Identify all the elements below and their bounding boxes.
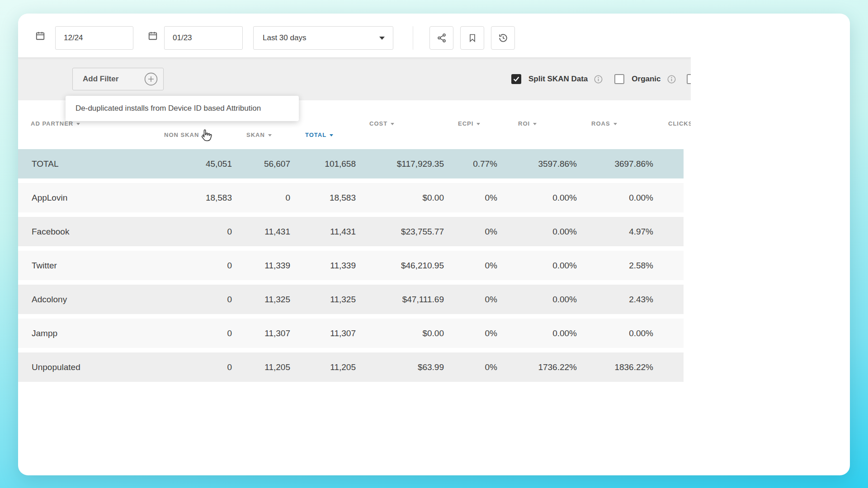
column-header-roi[interactable]: ROI [518, 120, 537, 127]
cell-roi: 0.00% [552, 319, 577, 348]
chevron-down-icon [379, 37, 385, 40]
clipped-checkbox[interactable] [687, 74, 691, 84]
cell-ecpi: 0% [485, 183, 497, 212]
filter-bar: Add Filter Split SKAN Data [18, 58, 691, 100]
cell-ad-partner: TOTAL [32, 149, 58, 178]
calendar-icon[interactable] [148, 31, 158, 42]
cell-ad-partner: Adcolony [32, 285, 67, 314]
cell-roi: 3597.86% [538, 149, 577, 178]
cell-non-skan: 0 [227, 251, 232, 280]
cell-cost: $0.00 [422, 319, 444, 348]
cell-cost: $23,755.77 [401, 217, 444, 246]
cell-cost: $0.00 [422, 183, 444, 212]
sort-caret-icon [76, 123, 80, 125]
cell-ecpi: 0% [485, 217, 497, 246]
column-header-roas[interactable]: ROAS [591, 120, 617, 127]
organic-checkbox[interactable] [614, 74, 624, 84]
cell-total: 11,431 [330, 217, 356, 246]
sort-caret-icon [533, 123, 537, 125]
cell-cost: $63.99 [418, 352, 444, 382]
cell-cost: $47,111.69 [402, 285, 444, 314]
date-range-value: Last 30 days [263, 33, 306, 42]
history-icon [498, 33, 508, 43]
info-icon[interactable] [594, 75, 603, 84]
tooltip: De-duplicated installs from Device ID ba… [66, 96, 299, 121]
cell-skan: 11,431 [264, 217, 290, 246]
table-row-total: TOTAL 45,051 56,607 101,658 $117,929.35 … [18, 149, 684, 178]
sort-caret-icon [391, 123, 394, 125]
column-header-label: ECPI [458, 120, 473, 127]
date-end-input[interactable]: 01/23 [164, 26, 243, 50]
column-header-label: NON SKAN [164, 131, 199, 138]
cell-roi: 1736.22% [538, 352, 577, 382]
column-header-label: AD PARTNER [31, 120, 73, 127]
cell-skan: 11,307 [264, 319, 290, 348]
cell-non-skan: 45,051 [206, 149, 232, 178]
cell-skan: 11,205 [264, 352, 290, 382]
report-content: 12/24 01/23 Last 30 days [18, 14, 691, 475]
cell-ad-partner: Unpopulated [32, 352, 80, 382]
cell-total: 18,583 [330, 183, 356, 212]
cell-non-skan: 0 [227, 319, 232, 348]
table-row[interactable]: Jampp 0 11,307 11,307 $0.00 0% 0.00% 0.0… [18, 319, 684, 348]
cell-ecpi: 0.77% [473, 149, 497, 178]
sort-caret-icon [476, 123, 480, 125]
dashboard-card: 12/24 01/23 Last 30 days [18, 14, 850, 475]
share-button[interactable] [429, 26, 453, 50]
table-row[interactable]: AppLovin 18,583 0 18,583 $0.00 0% 0.00% … [18, 183, 684, 212]
column-header-label: CLICKS [668, 120, 691, 127]
date-range-dropdown[interactable]: Last 30 days [253, 26, 393, 50]
column-header-label: COST [369, 120, 387, 127]
cell-ecpi: 0% [485, 352, 497, 382]
cell-skan: 0 [285, 183, 290, 212]
history-button[interactable] [491, 26, 515, 50]
column-header-label: ROI [518, 120, 530, 127]
cell-roi: 0.00% [552, 285, 577, 314]
toolbar: 12/24 01/23 Last 30 days [18, 14, 691, 58]
cell-cost: $46,210.95 [401, 251, 444, 280]
table-row[interactable]: Adcolony 0 11,325 11,325 $47,111.69 0% 0… [18, 285, 684, 314]
cell-roas: 3697.86% [614, 149, 653, 178]
column-header-skan[interactable]: SKAN [246, 131, 272, 138]
column-header-non-skan[interactable]: NON SKAN [164, 131, 206, 138]
add-filter-button[interactable]: Add Filter [72, 68, 164, 90]
sort-caret-icon [613, 123, 617, 125]
column-header-label: TOTAL [305, 131, 326, 138]
cell-ecpi: 0% [485, 251, 497, 280]
date-start-input[interactable]: 12/24 [55, 26, 133, 50]
column-header-cost[interactable]: COST [369, 120, 394, 127]
table-row[interactable]: Twitter 0 11,339 11,339 $46,210.95 0% 0.… [18, 251, 684, 280]
display-options: Split SKAN Data Organic [511, 58, 691, 100]
cell-roas: 0.00% [629, 319, 653, 348]
cell-ad-partner: Twitter [32, 251, 57, 280]
bookmark-icon [468, 33, 477, 42]
column-header-label: SKAN [246, 131, 265, 138]
split-skan-label: Split SKAN Data [528, 75, 588, 84]
share-icon [437, 33, 447, 43]
column-header-total[interactable]: TOTAL [305, 131, 333, 138]
cell-non-skan: 0 [227, 285, 232, 314]
cell-roas: 2.58% [629, 251, 653, 280]
add-filter-label: Add Filter [83, 75, 118, 84]
info-icon[interactable] [667, 75, 676, 84]
cell-roi: 0.00% [552, 217, 577, 246]
column-header-ecpi[interactable]: ECPI [458, 120, 480, 127]
cell-cost: $117,929.35 [397, 149, 444, 178]
cell-total: 11,205 [330, 352, 356, 382]
cell-roas: 1836.22% [614, 352, 653, 382]
cell-roas: 2.43% [629, 285, 653, 314]
cell-non-skan: 0 [227, 352, 232, 382]
table-row[interactable]: Unpopulated 0 11,205 11,205 $63.99 0% 17… [18, 352, 684, 382]
column-header-clicks[interactable]: CLICKS [668, 120, 691, 127]
calendar-icon[interactable] [35, 31, 45, 42]
table-row[interactable]: Facebook 0 11,431 11,431 $23,755.77 0% 0… [18, 217, 684, 246]
sort-caret-icon [268, 134, 272, 136]
cell-non-skan: 18,583 [206, 183, 232, 212]
cell-skan: 11,339 [264, 251, 290, 280]
column-header-ad-partner[interactable]: AD PARTNER [31, 120, 80, 127]
cell-total: 11,325 [330, 285, 356, 314]
cell-roi: 0.00% [552, 251, 577, 280]
cell-ecpi: 0% [485, 285, 497, 314]
split-skan-checkbox[interactable] [511, 74, 521, 84]
bookmark-button[interactable] [460, 26, 484, 50]
